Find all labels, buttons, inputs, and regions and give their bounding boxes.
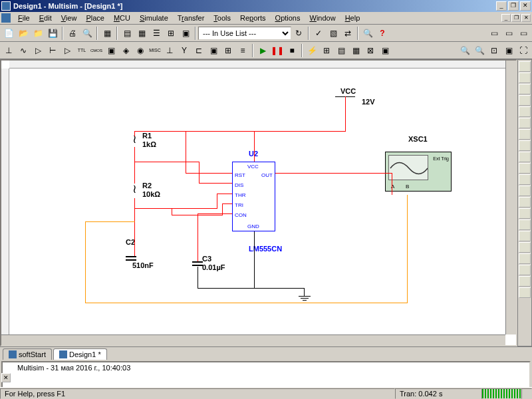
database-button[interactable]: ▣ — [178, 26, 193, 41]
place-bus-button[interactable]: ≡ — [235, 43, 250, 58]
mdi-minimize-button[interactable]: _ — [501, 14, 511, 22]
save-button[interactable]: 💾 — [45, 26, 60, 41]
menu-simulate[interactable]: Simulate — [135, 13, 173, 23]
place-basic-button[interactable]: ⊥ — [1, 43, 16, 58]
postproc-button[interactable]: ☰ — [149, 26, 164, 41]
cap-c3-plate[interactable] — [192, 261, 203, 263]
zoom-out-button[interactable]: 🔍 — [472, 43, 487, 58]
menu-edit[interactable]: Edit — [35, 13, 57, 23]
tab-softstart[interactable]: softStart — [3, 348, 52, 360]
place-transistor-button[interactable]: ⊢ — [45, 43, 60, 58]
place-connector-button[interactable]: ⊏ — [192, 43, 206, 58]
fullscreen-button[interactable]: ⛶ — [516, 43, 531, 58]
erc-button[interactable]: ✓ — [311, 26, 326, 41]
zoom-fit-button[interactable]: ▣ — [501, 43, 516, 58]
function-gen-button[interactable] — [519, 72, 531, 83]
toggle-panel-button[interactable]: ▦ — [100, 26, 114, 41]
tek-scope-button[interactable] — [519, 253, 531, 264]
tab-design1[interactable]: Design1 * — [53, 348, 107, 360]
menu-window[interactable]: Window — [305, 13, 340, 23]
scrollbar-horizontal[interactable] — [1, 334, 505, 345]
zoom-area-button[interactable]: ⊡ — [487, 43, 501, 58]
in-use-list-combo[interactable]: --- In Use List --- — [198, 27, 291, 40]
minimize-button[interactable]: _ — [496, 1, 507, 11]
output-close-button[interactable]: ✕ — [1, 373, 11, 382]
current-probe-button[interactable] — [519, 287, 531, 298]
maximize-button[interactable]: ❐ — [508, 1, 519, 11]
refresh-button[interactable]: ↻ — [291, 26, 306, 41]
multimeter-button[interactable] — [519, 61, 531, 72]
new-button[interactable]: 📄 — [1, 26, 16, 41]
menu-options[interactable]: Options — [271, 13, 305, 23]
postprocessor-button[interactable]: ▤ — [334, 43, 348, 58]
place-rf-button[interactable]: ⊥ — [162, 43, 177, 58]
mdi-restore-button[interactable]: ❐ — [511, 14, 521, 22]
menu-help[interactable]: Help — [340, 13, 365, 23]
analysis-button[interactable]: ⊞ — [319, 43, 334, 58]
elvis-button[interactable]: ⊠ — [363, 43, 378, 58]
agilent-scope-button[interactable] — [519, 242, 531, 253]
stop-button[interactable]: ■ — [285, 43, 299, 58]
distortion-button[interactable] — [519, 186, 531, 196]
place-hierarchy-button[interactable]: ⊞ — [221, 43, 235, 58]
find-button[interactable]: 🔍 — [360, 26, 375, 41]
oscilloscope-button[interactable] — [519, 95, 531, 106]
backannotate-button[interactable]: ⇄ — [340, 26, 355, 41]
menu-file[interactable]: File — [13, 13, 35, 23]
menu-transfer[interactable]: Transfer — [173, 13, 209, 23]
schematic-canvas[interactable]: VCC 12V R1 1kΩ ≀ R2 10kΩ ≀ C2 510nF C3 0… — [9, 68, 505, 334]
open-button[interactable]: 📂 — [16, 26, 31, 41]
run-button[interactable]: ▶ — [255, 43, 270, 58]
ic-lm555[interactable]: VCC RST DIS THR TRI CON OUT GND — [232, 162, 275, 231]
resistor-r2-icon[interactable]: ≀ — [132, 182, 137, 196]
close-button[interactable]: ✕ — [520, 1, 531, 11]
mcu-debug-button[interactable]: ▣ — [378, 43, 392, 58]
place-ttl-button[interactable]: TTL — [74, 43, 89, 58]
circuit-wiz-button[interactable]: ⊞ — [164, 26, 178, 41]
print-button[interactable]: 🖨 — [65, 26, 80, 41]
grapher-button[interactable]: ▦ — [134, 26, 149, 41]
bode-plotter-button[interactable] — [519, 118, 531, 128]
place-indicator-button[interactable]: ◉ — [133, 43, 148, 58]
place-cmos-button[interactable]: CMOS — [89, 43, 104, 58]
print-preview-button[interactable]: 🔍 — [80, 26, 94, 41]
interactive-button[interactable]: ⚡ — [305, 43, 319, 58]
iv-analyzer-button[interactable] — [519, 174, 531, 185]
scrollbar-vertical[interactable] — [505, 61, 516, 334]
probe-button[interactable] — [519, 276, 531, 287]
design-toolbox-button[interactable]: ▭ — [487, 26, 501, 41]
agilent-mm-button[interactable] — [519, 231, 531, 241]
logic-converter-button[interactable] — [519, 163, 531, 174]
wattmeter-button[interactable] — [519, 84, 531, 94]
word-gen-button[interactable] — [519, 140, 531, 151]
menu-reports[interactable]: Reports — [235, 13, 271, 23]
place-diode-button[interactable]: ▷ — [31, 43, 45, 58]
cap-c2-plate[interactable] — [126, 256, 136, 257]
place-electromech-button[interactable]: Y — [177, 43, 192, 58]
open-sample-button[interactable]: 📁 — [31, 26, 45, 41]
agilent-fg-button[interactable] — [519, 219, 531, 230]
place-mcu-button[interactable]: ▣ — [206, 43, 221, 58]
spreadsheet-view-button[interactable]: ▭ — [501, 26, 516, 41]
place-analog-button[interactable]: ▷ — [60, 43, 74, 58]
oscilloscope-xsc1[interactable]: Ext Trig A B — [385, 152, 452, 192]
place-power-button[interactable]: MISC — [148, 43, 162, 58]
menu-mcu[interactable]: MCU — [109, 13, 135, 23]
place-misc-digital-button[interactable]: ▣ — [104, 43, 118, 58]
4ch-scope-button[interactable] — [519, 106, 531, 117]
netlist-button[interactable]: ▭ — [516, 26, 531, 41]
zoom-in-button[interactable]: 🔍 — [458, 43, 472, 58]
labview-button[interactable] — [519, 265, 531, 275]
place-mixed-button[interactable]: ◈ — [118, 43, 133, 58]
spreadsheet-button[interactable]: ▤ — [120, 26, 134, 41]
pause-button[interactable]: ❚❚ — [270, 43, 285, 58]
menu-place[interactable]: Place — [81, 13, 109, 23]
help-button[interactable]: ? — [375, 26, 390, 41]
menu-tools[interactable]: Tools — [209, 13, 235, 23]
menu-view[interactable]: View — [57, 13, 82, 23]
logic-analyzer-button[interactable] — [519, 152, 531, 162]
spectrum-button[interactable] — [519, 197, 531, 207]
freq-counter-button[interactable] — [519, 129, 531, 140]
mdi-close-button[interactable]: ✕ — [521, 14, 531, 22]
ultiboard-button[interactable]: ▧ — [326, 26, 340, 41]
